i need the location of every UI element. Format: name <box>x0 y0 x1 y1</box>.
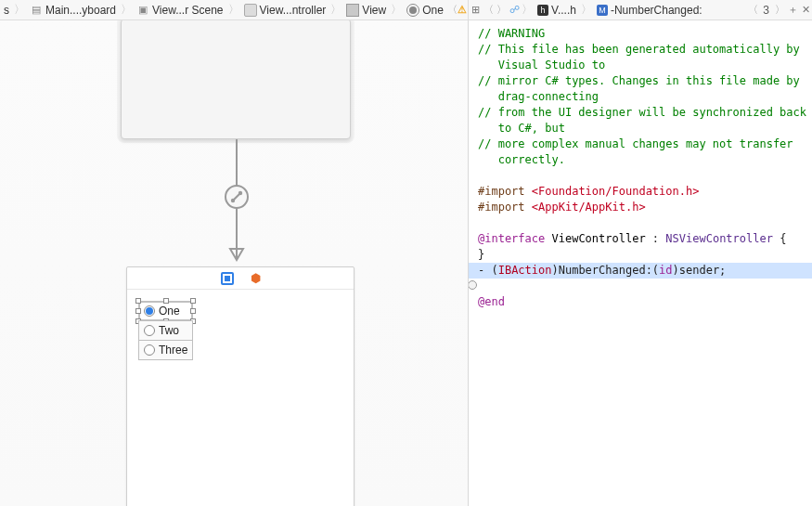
breadcrumb-label: Main....yboard <box>45 4 116 17</box>
code-comment: // more complex manual changes may not t… <box>478 136 808 168</box>
radio-group: One Two Three <box>138 301 193 360</box>
radio-button-one[interactable]: One <box>138 301 193 321</box>
related-items-icon[interactable]: ☍ <box>508 4 521 17</box>
method-icon: M <box>597 5 608 16</box>
breadcrumb-header-file[interactable]: h V....h <box>534 4 580 17</box>
code-comment: // This file has been generated automati… <box>478 42 808 73</box>
breadcrumb-view[interactable]: View <box>342 4 390 17</box>
svg-point-3 <box>231 199 235 202</box>
radio-icon <box>406 4 419 17</box>
counterpart-next-icon[interactable]: 〉 <box>773 4 786 17</box>
radio-label: One <box>159 305 180 318</box>
connection-line-icon <box>223 139 251 269</box>
add-assistant-icon[interactable]: ＋ <box>786 4 799 17</box>
top-pathbar-row: s 〉 ▤ Main....yboard 〉 ▣ View...r Scene … <box>0 0 812 20</box>
chevron-right-icon: 〉 <box>120 2 133 18</box>
main-split: ⬢ One Two <box>0 20 812 506</box>
svg-line-2 <box>232 192 241 201</box>
breadcrumb-label: View <box>362 4 386 17</box>
grid-icon[interactable]: ⊞ <box>469 4 482 17</box>
code-import-line: #import <Foundation/Foundation.h> <box>478 184 808 200</box>
code-import-line: #import <AppKit/AppKit.h> <box>478 200 808 215</box>
chevron-right-icon: 〉 <box>521 2 534 18</box>
resize-handle[interactable] <box>163 298 169 304</box>
breadcrumb-prefix[interactable]: s <box>0 4 13 17</box>
resize-handle[interactable] <box>135 298 141 304</box>
radio-button-two[interactable]: Two <box>138 320 193 341</box>
view-header-bar: ⬢ <box>127 267 354 290</box>
breadcrumb-scene[interactable]: ▣ View...r Scene <box>133 4 227 17</box>
chevron-right-icon: 〉 <box>13 2 26 18</box>
pathbar-right: ⊞ 〈 〉 ☍ 〉 h V....h 〉 M -NumberChanged: 〈… <box>469 0 812 19</box>
connection-gutter-icon[interactable] <box>469 280 477 290</box>
resize-handle[interactable] <box>190 308 196 314</box>
first-responder-icon[interactable]: ⬢ <box>251 271 261 285</box>
close-assistant-icon[interactable]: ✕ <box>799 4 812 17</box>
scene-icon: ▣ <box>136 4 149 17</box>
resize-handle[interactable] <box>190 298 196 304</box>
svg-point-1 <box>226 186 248 208</box>
code-end-line: @end <box>478 294 808 310</box>
breadcrumb-label: V....h <box>551 4 576 17</box>
breadcrumb-label: -NumberChanged: <box>611 4 702 17</box>
header-file-icon: h <box>537 5 548 16</box>
counterpart-prev-icon[interactable]: 〈 <box>746 4 759 17</box>
viewcontroller-header-icon[interactable] <box>221 272 234 285</box>
child-view[interactable]: ⬢ One Two <box>126 266 354 506</box>
code-comment: // WARNING <box>478 26 808 42</box>
radio-label: Two <box>159 324 179 337</box>
code-interface-line: @interface ViewController : NSViewContro… <box>478 231 808 247</box>
chevron-left-icon[interactable]: 〈 <box>447 4 458 17</box>
breadcrumb-radio-one[interactable]: One <box>403 4 447 17</box>
pathbar-left: s 〉 ▤ Main....yboard 〉 ▣ View...r Scene … <box>0 0 469 19</box>
history-forward-icon[interactable]: 〉 <box>495 4 508 17</box>
code-brace: } <box>478 247 808 263</box>
breadcrumb-viewcontroller[interactable]: View...ntroller <box>240 4 330 17</box>
svg-point-4 <box>238 191 242 195</box>
history-back-icon[interactable]: 〈 <box>482 4 495 17</box>
file-icon: ▤ <box>30 4 43 17</box>
designer-canvas[interactable]: ⬢ One Two <box>0 20 469 506</box>
code-comment: // mirror C# types. Changes in this file… <box>478 73 808 105</box>
viewcontroller-icon <box>244 4 257 17</box>
chevron-right-icon: 〉 <box>580 2 593 18</box>
chevron-right-icon: 〉 <box>329 2 342 18</box>
radio-label: Three <box>159 344 187 357</box>
radio-indicator-icon <box>144 305 155 317</box>
source-editor[interactable]: // WARNING // This file has been generat… <box>469 20 812 506</box>
chevron-right-icon: 〉 <box>390 2 403 18</box>
warning-icon[interactable]: ⚠︎ <box>458 4 467 17</box>
counterpart-counter: 3 <box>759 4 773 17</box>
radio-button-three[interactable]: Three <box>138 340 193 360</box>
view-icon <box>346 4 359 17</box>
resize-handle[interactable] <box>135 308 141 314</box>
breadcrumb-label: View...r Scene <box>152 4 224 17</box>
breadcrumb-method[interactable]: M -NumberChanged: <box>593 4 706 17</box>
code-action-line: - (IBAction)NumberChanged:(id)sender; <box>469 263 812 279</box>
breadcrumb-storyboard[interactable]: ▤ Main....yboard <box>26 4 120 17</box>
breadcrumb-label: One <box>422 4 444 17</box>
radio-indicator-icon <box>144 344 155 356</box>
parent-view-proxy[interactable] <box>121 20 351 139</box>
code-comment: // from the UI designer will be synchron… <box>478 105 808 136</box>
chevron-right-icon: 〉 <box>227 2 240 18</box>
breadcrumb-label: View...ntroller <box>260 4 327 17</box>
radio-indicator-icon <box>144 325 155 336</box>
